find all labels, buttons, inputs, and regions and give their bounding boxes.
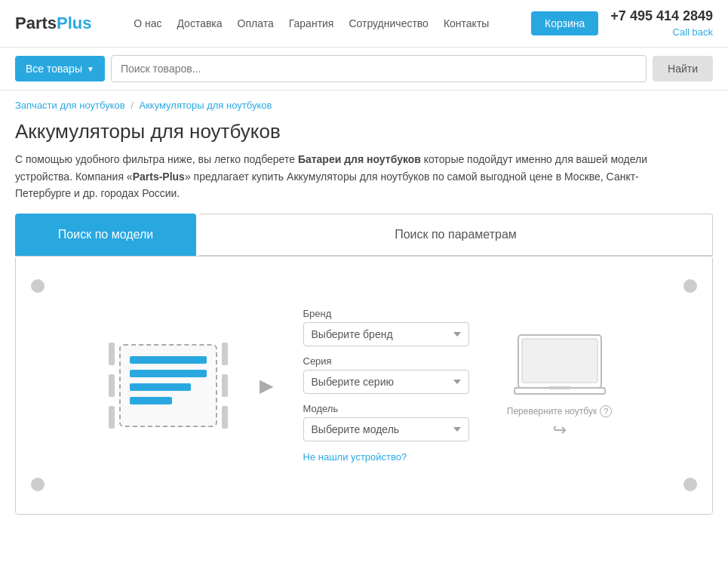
nav-item-warranty[interactable]: Гарантия — [289, 17, 334, 29]
phone-block: +7 495 414 2849 Call back — [610, 8, 713, 39]
svg-rect-1 — [522, 339, 597, 383]
brand-select[interactable]: Выберите бренд — [303, 322, 469, 346]
circle-dot-bottom-right — [683, 478, 697, 491]
laptop-line-1 — [130, 356, 207, 364]
not-found-link[interactable]: Не нашли устройство? — [303, 451, 407, 463]
nav-item-about[interactable]: О нас — [134, 17, 161, 29]
breadcrumb-batteries[interactable]: Аккумуляторы для ноутбуков — [139, 100, 272, 111]
page-description: С помощью удобного фильтра ниже, вы легк… — [0, 151, 679, 214]
side-bar-2 — [109, 374, 115, 397]
circle-dot-bottom-left — [31, 478, 45, 491]
filter-top-circles — [31, 279, 697, 293]
side-bar-3 — [109, 406, 115, 429]
series-group: Серия Выберите серию — [303, 355, 469, 394]
laptop-line-4 — [130, 397, 172, 404]
model-label: Модель — [303, 403, 469, 414]
model-group: Модель Выберите модель — [303, 403, 469, 441]
page-title: Аккумуляторы для ноутбуков — [0, 115, 728, 151]
breadcrumb-laptop-parts[interactable]: Запчасти для ноутбуков — [15, 100, 125, 111]
circle-dot-top-right — [683, 279, 697, 293]
side-bar-r1 — [222, 343, 228, 365]
laptop-left-illustration — [109, 343, 229, 429]
nav-item-delivery[interactable]: Доставка — [177, 17, 222, 29]
help-icon[interactable]: ? — [600, 405, 612, 417]
breadcrumb: Запчасти для ноутбуков / Аккумуляторы дл… — [0, 91, 728, 115]
logo-plus: Plus — [57, 14, 91, 33]
all-goods-button[interactable]: Все товары ▼ — [15, 56, 105, 81]
callback-link[interactable]: Call back — [673, 26, 713, 38]
side-bar-r3 — [222, 406, 228, 429]
filter-form: Бренд Выберите бренд Серия Выберите сери… — [303, 308, 469, 463]
side-bar-1 — [109, 343, 115, 365]
series-label: Серия — [303, 355, 469, 367]
cart-button[interactable]: Корзина — [531, 11, 598, 35]
series-select[interactable]: Выберите серию — [303, 370, 469, 394]
laptop-line-3 — [130, 383, 192, 391]
model-select[interactable]: Выберите модель — [303, 417, 469, 441]
search-button[interactable]: Найти — [653, 56, 713, 81]
search-bar: Все товары ▼ Найти — [0, 48, 728, 91]
desc-bold2: Parts-Plus — [133, 171, 185, 183]
arrow-right-icon: ▶ — [260, 375, 273, 396]
desc-bold1: Батареи для ноутбуков — [298, 153, 421, 165]
flip-text: Переверните ноутбук ? — [507, 405, 612, 417]
breadcrumb-separator: / — [131, 100, 136, 111]
logo-parts: Parts — [15, 14, 57, 33]
filter-inner: ▶ Бренд Выберите бренд Серия Выберите се… — [31, 308, 697, 463]
tab-model-search[interactable]: Поиск по модели — [15, 214, 196, 256]
all-goods-label: Все товары — [26, 63, 82, 75]
circle-dot-top-left — [31, 279, 45, 293]
laptop-right-illustration: Переверните ноутбук ? ↩ — [499, 331, 620, 440]
filter-panel: ▶ Бренд Выберите бренд Серия Выберите се… — [15, 256, 713, 515]
desc-part1: С помощью удобного фильтра ниже, вы легк… — [15, 153, 298, 165]
nav-item-partnership[interactable]: Сотрудничество — [349, 17, 428, 29]
brand-group: Бренд Выберите бренд — [303, 308, 469, 346]
main-nav: О нас Доставка Оплата Гарантия Сотруднич… — [134, 17, 489, 29]
tab-area: Поиск по модели Поиск по параметрам — [0, 214, 728, 256]
nav-item-payment[interactable]: Оплата — [238, 17, 274, 29]
brand-label: Бренд — [303, 308, 469, 319]
side-bar-r2 — [222, 374, 228, 397]
logo[interactable]: Parts Plus — [15, 14, 92, 33]
flip-label: Переверните ноутбук — [507, 406, 597, 417]
header: Parts Plus О нас Доставка Оплата Гаранти… — [0, 0, 728, 48]
search-input[interactable] — [111, 55, 647, 82]
phone-number: +7 495 414 2849 — [610, 8, 713, 25]
tab-param-search[interactable]: Поиск по параметрам — [199, 214, 713, 256]
laptop-svg — [511, 331, 609, 399]
laptop-screen-box — [119, 344, 217, 427]
chevron-down-icon: ▼ — [87, 65, 94, 73]
laptop-line-2 — [130, 370, 207, 377]
nav-item-contacts[interactable]: Контакты — [444, 17, 489, 29]
svg-rect-3 — [548, 386, 571, 389]
curved-arrow-icon: ↩ — [553, 420, 567, 440]
filter-bottom-circles — [31, 478, 697, 491]
